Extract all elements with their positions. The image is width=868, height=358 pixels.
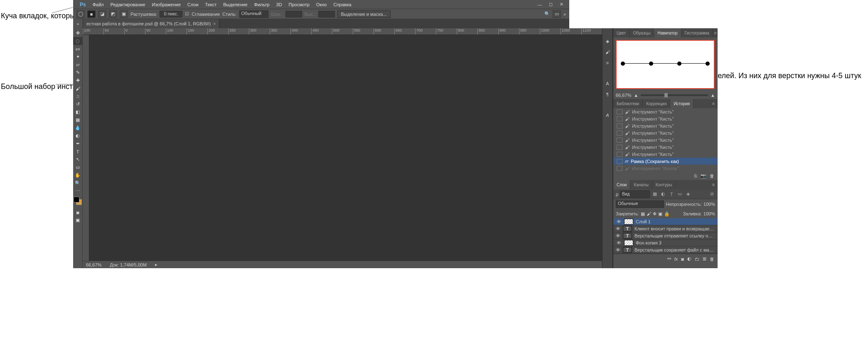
- intersect-selection-icon[interactable]: ▣: [120, 10, 128, 18]
- layer-row[interactable]: 👁TВерстальщик отправляет ссылку на сверс…: [613, 232, 718, 239]
- feather-input[interactable]: 0 пикс.: [160, 11, 182, 17]
- canvas[interactable]: [89, 35, 602, 261]
- workspace-switcher-icon[interactable]: ▭: [553, 10, 561, 18]
- filter-pixel-icon[interactable]: ▦: [652, 191, 658, 198]
- menu-image[interactable]: Изображение: [149, 2, 184, 7]
- history-item[interactable]: 🖌Инструмент "Кисть": [613, 108, 718, 115]
- eraser-tool[interactable]: ◧: [73, 108, 82, 116]
- menu-filter[interactable]: Фильтр: [251, 2, 273, 7]
- marquee-mode-icon[interactable]: ◯: [76, 10, 85, 18]
- visibility-toggle-icon[interactable]: 👁: [616, 233, 620, 238]
- lock-position-icon[interactable]: ✥: [653, 211, 657, 217]
- navigator-thumbnail[interactable]: [616, 40, 715, 89]
- filter-shape-icon[interactable]: ▭: [676, 191, 683, 198]
- lock-all-icon[interactable]: 🔒: [664, 211, 670, 217]
- close-icon[interactable]: ×: [213, 21, 216, 26]
- delete-layer-icon[interactable]: 🗑: [710, 257, 714, 262]
- layer-name[interactable]: Фон копия 3: [636, 240, 661, 245]
- history-item[interactable]: 🖌Инструмент "Кисть": [613, 115, 718, 122]
- delete-state-icon[interactable]: 🗑: [710, 173, 714, 178]
- layer-row[interactable]: 👁TКлиент вносит правки и возвращает диза…: [613, 225, 718, 232]
- marquee-tool[interactable]: ◌: [73, 37, 82, 45]
- menu-file[interactable]: Файл: [89, 2, 107, 7]
- lock-transparency-icon[interactable]: ▦: [641, 211, 645, 217]
- blend-mode-select[interactable]: Обычные: [616, 200, 664, 208]
- filter-toggle-icon[interactable]: ⊘: [708, 191, 715, 198]
- tab-color[interactable]: Цвет: [613, 28, 629, 37]
- layer-name[interactable]: Верстальщик сохраняет файл с макетом и в…: [634, 247, 715, 252]
- visibility-toggle-icon[interactable]: 👁: [616, 240, 622, 245]
- tab-history[interactable]: История: [670, 99, 693, 108]
- search-icon[interactable]: 🔍: [544, 11, 550, 17]
- glyphs-panel-icon[interactable]: A: [602, 111, 612, 120]
- adjustment-layer-icon[interactable]: ◐: [687, 256, 691, 262]
- menu-select[interactable]: Выделение: [220, 2, 251, 7]
- history-item[interactable]: 🖌Инструмент "Кисть": [613, 151, 718, 158]
- add-selection-icon[interactable]: ◪: [98, 10, 106, 18]
- menu-3d[interactable]: 3D: [273, 2, 285, 7]
- link-layers-icon[interactable]: ⚯: [667, 256, 671, 262]
- filter-adjust-icon[interactable]: ◐: [660, 191, 666, 198]
- zoom-in-icon[interactable]: ▲: [711, 93, 715, 98]
- lasso-tool[interactable]: ᔕ: [73, 45, 82, 53]
- expand-panels-icon[interactable]: »: [563, 12, 566, 17]
- gradient-tool[interactable]: ▦: [73, 116, 82, 124]
- close-button[interactable]: ✕: [557, 1, 566, 8]
- status-zoom[interactable]: 66,67%: [86, 262, 101, 267]
- history-item[interactable]: ▱Рамка (Сохранить как): [613, 158, 718, 165]
- layer-row[interactable]: 👁TВерстальщик сохраняет файл с макетом и…: [613, 247, 718, 254]
- new-group-icon[interactable]: 🗀: [695, 257, 699, 262]
- tab-libraries[interactable]: Библиотеки: [613, 99, 643, 108]
- history-item[interactable]: 🖌Инструмент "Кисть": [613, 122, 718, 129]
- tab-histogram[interactable]: Гистограмма: [681, 28, 713, 37]
- layer-fx-icon[interactable]: fx: [674, 257, 678, 262]
- panel-menu-icon[interactable]: ≡: [709, 180, 718, 189]
- tab-adjustments[interactable]: Коррекция: [643, 99, 670, 108]
- new-layer-icon[interactable]: ⊞: [703, 256, 706, 262]
- dodge-tool[interactable]: ◐: [73, 132, 82, 140]
- layer-name[interactable]: Клиент вносит правки и возвращает дизайн…: [634, 226, 715, 231]
- layer-name[interactable]: Верстальщик отправляет ссылку на сверста…: [634, 233, 715, 238]
- new-document-from-state-icon[interactable]: ⎘: [694, 173, 697, 178]
- fill-value[interactable]: 100%: [703, 211, 715, 216]
- type-tool[interactable]: T: [73, 148, 82, 156]
- magic-wand-tool[interactable]: ✦: [73, 53, 82, 61]
- filter-type-icon[interactable]: T: [668, 191, 675, 198]
- layer-name[interactable]: Слой 1: [636, 219, 651, 224]
- menu-edit[interactable]: Редактирование: [107, 2, 149, 7]
- style-select[interactable]: Обычный: [239, 10, 269, 18]
- navigator-zoom-value[interactable]: 66,67%: [616, 93, 631, 98]
- rectangle-shape-tool[interactable]: ▭: [73, 163, 82, 171]
- maximize-button[interactable]: ◻: [546, 1, 555, 8]
- tab-paths[interactable]: Контуры: [652, 180, 676, 189]
- panel-menu-icon[interactable]: ≡: [709, 99, 718, 108]
- layer-row[interactable]: 👁Фон копия 3: [613, 239, 718, 247]
- move-tool[interactable]: ✥: [73, 29, 82, 37]
- minimize-button[interactable]: —: [535, 1, 544, 8]
- color-swatches[interactable]: [74, 197, 82, 205]
- history-item[interactable]: 🖌Инструмент "Кисть": [613, 165, 718, 172]
- hand-tool[interactable]: ✋: [73, 171, 82, 179]
- foreground-color-swatch[interactable]: [74, 197, 79, 202]
- layer-mask-icon[interactable]: ◙: [681, 257, 684, 262]
- tab-channels[interactable]: Каналы: [630, 180, 652, 189]
- menu-view[interactable]: Просмотр: [285, 2, 313, 7]
- visibility-toggle-icon[interactable]: 👁: [616, 219, 622, 224]
- menu-help[interactable]: Справка: [330, 2, 354, 7]
- layer-row[interactable]: 👁Слой 1: [613, 218, 718, 225]
- document-tab[interactable]: естная работа в фотошопе.psd @ 66,7% (Сл…: [83, 19, 219, 28]
- pen-tool[interactable]: ✒: [73, 140, 82, 148]
- menu-type[interactable]: Текст: [202, 2, 220, 7]
- healing-brush-tool[interactable]: ✚: [73, 77, 82, 84]
- layer-filter-kind-select[interactable]: Вид: [620, 190, 650, 198]
- menu-layer[interactable]: Слои: [184, 2, 202, 7]
- filter-smart-icon[interactable]: ◈: [685, 191, 691, 198]
- history-item[interactable]: 🖌Инструмент "Кисть": [613, 143, 718, 151]
- select-and-mask-button[interactable]: Выделение и маска...: [337, 10, 391, 18]
- character-panel-icon[interactable]: A: [602, 79, 612, 88]
- new-selection-icon[interactable]: ■: [87, 10, 96, 18]
- status-doc-size[interactable]: Док: 1,74M/5,00M: [110, 262, 147, 267]
- quickmask-toggle[interactable]: ◙: [73, 208, 82, 216]
- dock-icon-1[interactable]: ◈: [602, 37, 612, 46]
- screenmode-toggle[interactable]: ▣: [73, 216, 82, 224]
